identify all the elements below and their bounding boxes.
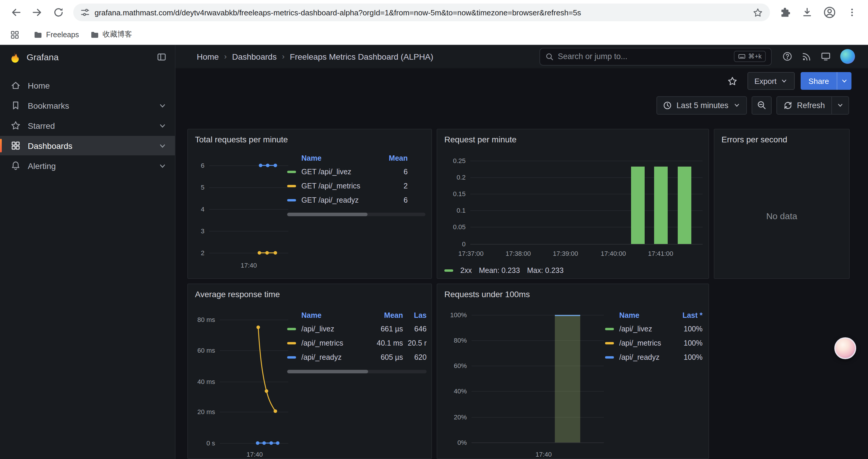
series-name[interactable]: /api/_readyz	[301, 353, 365, 362]
sidebar-item-dashboards[interactable]: Dashboards	[0, 136, 175, 155]
legend-col-mean[interactable]: Mean	[365, 311, 403, 320]
extensions-button[interactable]	[775, 2, 795, 23]
legend-row[interactable]: /api/_readyz 100%	[605, 350, 703, 364]
series-name[interactable]: GET /api/_metrics	[301, 182, 377, 190]
legend-col-name[interactable]: Name	[301, 311, 365, 320]
news-button[interactable]	[802, 52, 811, 61]
legend-col-last[interactable]: Las	[403, 311, 427, 320]
time-range-picker[interactable]: Last 5 minutes	[656, 96, 747, 114]
star-icon	[11, 121, 21, 131]
legend-col-last[interactable]: Last *	[672, 311, 703, 320]
series-name[interactable]: /api/_metrics	[619, 339, 672, 347]
apps-shortcut-button[interactable]	[7, 27, 23, 42]
breadcrumb-dashboards[interactable]: Dashboards	[232, 52, 277, 61]
breadcrumb-home[interactable]: Home	[197, 52, 219, 61]
sidebar-item-alerting[interactable]: Alerting	[0, 156, 175, 175]
chevron-down-icon	[733, 102, 740, 109]
legend-row[interactable]: /api/_readyz 605 µs 620	[287, 350, 427, 364]
legend-col-name[interactable]: Name	[619, 311, 672, 320]
profile-button[interactable]	[819, 2, 840, 23]
zoom-out-button[interactable]	[751, 96, 771, 114]
floating-assistant-avatar[interactable]	[834, 337, 856, 359]
legend-row[interactable]: GET /api/_readyz 6	[287, 193, 426, 207]
sidebar-item-bookmarks[interactable]: Bookmarks	[0, 96, 175, 115]
series-name[interactable]: /api/_readyz	[619, 353, 672, 362]
bookmark-star-icon[interactable]	[753, 7, 763, 18]
bookmark-folder-freeleaps[interactable]: Freeleaps	[33, 30, 79, 39]
legend-scrollbar[interactable]	[287, 370, 427, 373]
collapse-sidebar-button[interactable]	[157, 52, 167, 62]
reload-button[interactable]	[49, 2, 68, 23]
scrollbar-thumb[interactable]	[287, 213, 367, 216]
url-text[interactable]: grafana.mathmast.com/d/deytv4rwavabkb/fr…	[95, 8, 753, 17]
refresh-interval-button[interactable]	[831, 97, 848, 114]
site-settings-icon[interactable]	[80, 8, 90, 17]
home-icon	[11, 80, 21, 90]
address-bar[interactable]: grafana.mathmast.com/d/deytv4rwavabkb/fr…	[73, 4, 770, 21]
series-name[interactable]: /api/_metrics	[301, 339, 365, 347]
refresh-controls: Refresh	[776, 96, 849, 114]
bar-2xx[interactable]	[654, 167, 668, 244]
bar-2xx[interactable]	[631, 167, 645, 244]
panel-title[interactable]: Requests under 100ms	[437, 284, 709, 299]
series-name[interactable]: 2xx	[460, 266, 472, 275]
sidebar-item-starred[interactable]: Starred	[0, 116, 175, 135]
search-bar[interactable]: ⌘+k	[539, 47, 772, 65]
refresh-button[interactable]: Refresh	[777, 97, 831, 114]
panel-title[interactable]: Average response time	[188, 284, 431, 299]
series-name[interactable]: GET /api/_readyz	[301, 196, 377, 204]
legend-row[interactable]: /api/_livez 661 µs 646	[287, 322, 427, 336]
series-mean: 6	[377, 168, 408, 176]
bookmark-folder-blogs[interactable]: 收藏博客	[90, 30, 132, 40]
legend-row[interactable]: /api/_metrics 40.1 ms 20.5 r	[287, 336, 427, 350]
grafana-logo[interactable]	[8, 51, 21, 63]
chevron-down-icon[interactable]	[158, 101, 167, 109]
under-100ms-chart: 100% 80% 60% 40% 20% 0%	[443, 303, 610, 458]
series-name[interactable]: /api/_livez	[619, 325, 672, 333]
series-swatch-green	[605, 328, 614, 330]
browser-menu-button[interactable]	[842, 2, 862, 23]
legend-col-mean[interactable]: Mean	[377, 154, 408, 162]
avg-response-chart: 80 ms 60 ms 40 ms 20 ms 0 s	[194, 303, 289, 458]
gridline	[470, 244, 703, 244]
chevron-down-icon	[841, 77, 848, 85]
back-button[interactable]	[6, 2, 26, 23]
panel-title[interactable]: Request per minute	[437, 129, 709, 144]
legend-row[interactable]: GET /api/_metrics 2	[287, 179, 426, 193]
search-input[interactable]	[558, 52, 730, 61]
legend-scrollbar[interactable]	[287, 213, 426, 216]
chevron-down-icon[interactable]	[158, 141, 167, 150]
share-menu-button[interactable]	[837, 72, 851, 90]
bar-100-percent[interactable]	[555, 315, 580, 442]
legend-row[interactable]: /api/_livez 100%	[605, 322, 703, 336]
legend-col-name[interactable]: Name	[301, 154, 321, 162]
scrollbar-thumb[interactable]	[287, 370, 368, 373]
bar-2xx[interactable]	[678, 167, 691, 244]
search-shortcut-badge: ⌘+k	[734, 51, 766, 62]
user-avatar[interactable]	[840, 49, 855, 64]
series-swatch-green	[287, 328, 296, 330]
series-name[interactable]: GET /api/_livez	[301, 168, 377, 176]
sidebar-item-home[interactable]: Home	[0, 76, 175, 95]
panel-title[interactable]: Total requests per minute	[188, 129, 431, 144]
export-button[interactable]: Export	[747, 72, 795, 90]
share-label[interactable]: Share	[801, 72, 837, 90]
display-button[interactable]	[821, 52, 831, 61]
y-tick-label: 100%	[443, 311, 467, 319]
forward-button[interactable]	[27, 2, 47, 23]
series-mean: 661 µs	[365, 325, 403, 333]
grafana-app: Grafana Home Bookmarks Starred	[0, 45, 868, 459]
legend-row[interactable]: GET /api/_livez 6	[287, 165, 426, 179]
panel-title[interactable]: Errors per second	[714, 129, 849, 144]
help-button[interactable]	[782, 52, 793, 61]
chevron-down-icon[interactable]	[158, 121, 167, 130]
series-name[interactable]: /api/_livez	[301, 325, 365, 333]
chevron-down-icon[interactable]	[158, 162, 167, 170]
favorite-dashboard-button[interactable]	[723, 72, 741, 90]
share-button[interactable]: Share	[801, 72, 851, 90]
legend-table: Name Mean GET /api/_livez 6 GET /api/_me…	[287, 152, 426, 216]
header-icons	[782, 49, 855, 64]
legend-row[interactable]: /api/_metrics 100%	[605, 336, 703, 350]
panel-errors-per-second: Errors per second No data	[714, 129, 850, 279]
download-button[interactable]	[797, 2, 817, 23]
